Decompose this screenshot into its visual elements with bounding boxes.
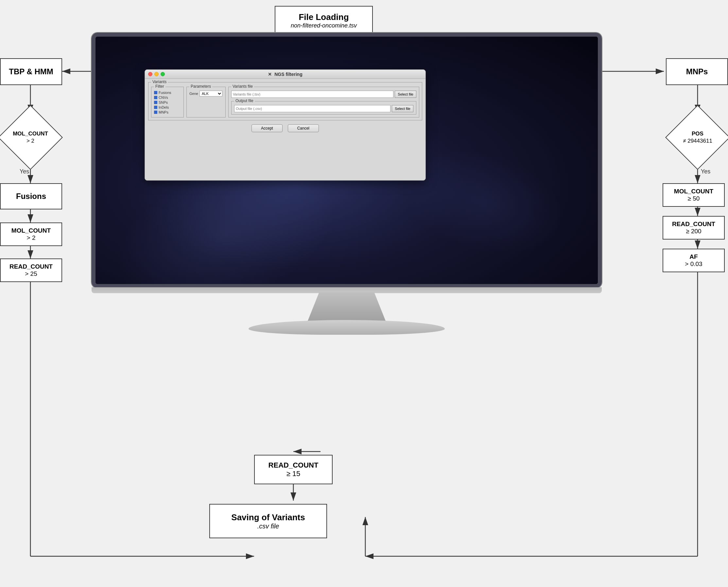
ngs-dialog: ✕ NGS filtering Variants Filter [145,69,426,181]
af-right-line2: > 0.03 [685,260,702,268]
mol-count-bl-node: MOL_COUNT > 2 [0,222,62,246]
minimize-button[interactable] [154,72,159,76]
read-count-center-line1: READ_COUNT [268,461,318,470]
read-count-center-node: READ_COUNT ≥ 15 [254,455,333,484]
mol-count-left-line2: > 2 [13,137,48,145]
read-count-right-line2: ≥ 200 [686,228,701,235]
traffic-lights [148,72,165,76]
gene-param-row: Gene ALK [189,91,223,96]
pos-line2: ≠ 29443611 [683,137,712,145]
close-button[interactable] [148,72,152,76]
fusions-checkbox [154,91,157,94]
pos-line1: POS [683,130,712,137]
saving-node: Saving of Variants .csv file [209,504,327,538]
fusions-node: Fusions [0,183,62,209]
dialog-title: ✕ NGS filtering [268,72,302,77]
filter-mnps[interactable]: MNPs [154,110,181,114]
dialog-title-text: NGS filtering [274,72,302,77]
monitor-stand-base [248,320,445,335]
tbp-hmm-label: TBP & HMM [9,67,53,76]
file-loading-title: File Loading [298,12,349,22]
output-file-row: Select file [234,105,413,112]
output-file-group: Output file Select file [231,101,416,115]
variants-file-group: Variants file Select file Output file [228,87,419,117]
read-count-bl-node: READ_COUNT > 25 [0,258,62,282]
read-count-right-node: READ_COUNT ≥ 200 [662,216,725,239]
mnps-node: MNPs [666,58,728,85]
variants-file-row: Select file [231,91,416,98]
snps-checkbox [154,101,157,104]
gene-select[interactable]: ALK [199,91,222,96]
filter-snps[interactable]: SNPs [154,100,181,104]
file-loading-node: File Loading non-filtered-oncomine.tsv [275,6,373,36]
mol-count-bl-line2: > 2 [27,234,35,241]
gene-label: Gene [189,92,198,96]
saving-subtitle: .csv file [258,522,279,530]
output-file-label: Output file [234,98,255,103]
cnvs-filter-label: CNVs [159,96,168,99]
filter-fusions[interactable]: Fusions [154,91,181,95]
dialog-buttons: Accept Cancel [148,124,422,132]
accept-button[interactable]: Accept [251,124,283,132]
mol-count-left-diamond: MOL_COUNT > 2 [6,113,55,162]
read-count-bl-line1: READ_COUNT [9,263,53,270]
dialog-titlebar: ✕ NGS filtering [145,70,426,79]
mol-count-left-line1: MOL_COUNT [13,130,48,137]
dialog-x-icon: ✕ [268,72,272,77]
filter-items: Fusions CNVs SNPs [154,91,181,114]
read-count-center-line2: ≥ 15 [287,470,300,478]
filter-indels[interactable]: InDels [154,105,181,109]
mnps-label: MNPs [686,67,708,76]
snps-filter-label: SNPs [159,100,168,104]
mol-count-bl-line1: MOL_COUNT [11,227,51,234]
monitor-stand-neck [308,292,386,322]
monitor-screen: ✕ NGS filtering Variants Filter [92,33,602,288]
variants-group: Variants Filter Fusions [148,82,422,120]
variants-file-input[interactable] [231,91,393,98]
parameters-group: Parameters Gene ALK [187,87,226,117]
variants-file-label: Variants file [231,84,254,89]
saving-title: Saving of Variants [231,512,305,522]
indels-filter-label: InDels [159,105,169,109]
cancel-button[interactable]: Cancel [288,124,319,132]
mol-count-right-line1: MOL_COUNT [674,188,713,195]
read-count-right-line1: READ_COUNT [672,220,715,228]
variants-select-file-button[interactable]: Select file [395,91,416,98]
read-count-bl-line2: > 25 [25,270,37,278]
tbp-hmm-node: TBP & HMM [0,58,62,85]
filter-cnvs[interactable]: CNVs [154,96,181,99]
af-right-line1: AF [689,253,698,260]
cnvs-checkbox [154,96,157,99]
filter-label: Filter [154,84,166,89]
filter-group: Filter Fusions CNVs [151,87,184,117]
pos-right-diamond: POS ≠ 29443611 [673,113,722,162]
dialog-body: Variants Filter Fusions [145,79,426,136]
monitor: ✕ NGS filtering Variants Filter [92,33,634,327]
mnps-checkbox [154,111,157,114]
fusions-label: Fusions [16,192,46,201]
svg-text:Yes: Yes [20,168,29,175]
output-file-input[interactable] [234,105,390,112]
af-right-node: AF > 0.03 [662,249,725,272]
indels-checkbox [154,106,157,109]
mol-count-right-node: MOL_COUNT ≥ 50 [662,183,725,207]
fusions-filter-label: Fusions [159,91,171,95]
output-select-file-button[interactable]: Select file [392,105,413,112]
parameters-label: Parameters [189,84,212,89]
variants-label: Variants [151,79,168,84]
mol-count-right-line2: ≥ 50 [688,195,700,202]
svg-text:Yes: Yes [701,168,710,175]
mnps-filter-label: MNPs [159,110,168,114]
file-loading-subtitle: non-filtered-oncomine.tsv [291,22,357,29]
maximize-button[interactable] [161,72,165,76]
